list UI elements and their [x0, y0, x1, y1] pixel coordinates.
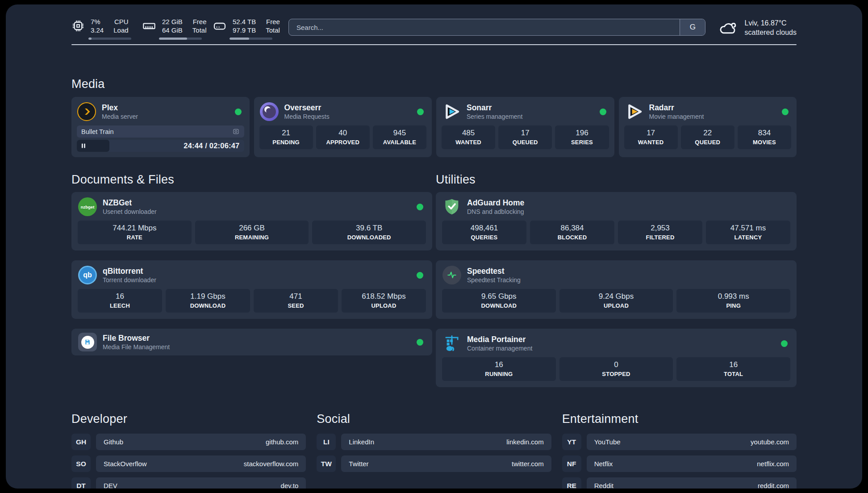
link-row-stackoverflow: SO StackOverflowstackoverflow.com	[71, 455, 306, 472]
search-input[interactable]	[289, 19, 680, 35]
stat-rate: 744.21 MbpsRATE	[78, 221, 192, 244]
stat-pending: 21PENDING	[259, 125, 313, 149]
link-row-linkedin: LI LinkedInlinkedin.com	[317, 434, 551, 450]
stat-download: 9.65 GbpsDOWNLOAD	[442, 289, 556, 313]
weather-location-temp: Lviv, 16.87°C	[744, 18, 797, 28]
stat-queries: 498,461QUERIES	[442, 221, 526, 244]
radarr-subtitle: Movie management	[649, 113, 704, 120]
app-card-plex[interactable]: Plex Media server Bullet Train	[71, 97, 250, 157]
documents-section-title: Documents & Files	[71, 173, 432, 187]
section-documents: Documents & Files nzbget NZBGet Usenet d…	[71, 173, 432, 387]
plex-icon	[77, 102, 96, 121]
stat-total: 16TOTAL	[676, 357, 790, 381]
nzbget-subtitle: Usenet downloader	[103, 208, 157, 215]
memory-free-value: 22 GiB	[162, 17, 183, 26]
qbittorrent-title: qBittorrent	[103, 267, 156, 276]
stat-upload: 618.52 MbpsUPLOAD	[342, 289, 426, 313]
weather-widget[interactable]: Lviv, 16.87°C scattered clouds	[718, 18, 797, 37]
cpu-label: CPU	[113, 17, 128, 26]
app-card-qbittorrent[interactable]: qb qBittorrent Torrent downloader 16LEEC…	[71, 260, 432, 319]
sonarr-icon	[442, 102, 461, 121]
app-card-adguard[interactable]: AdGuard Home DNS and adblocking 498,461Q…	[436, 192, 797, 251]
stat-filtered: 2,953FILTERED	[618, 221, 702, 244]
stat-queued: 17QUEUED	[498, 125, 552, 149]
search-engine-button[interactable]: G	[680, 19, 705, 35]
playback-time: 24:44 / 02:06:47	[184, 142, 244, 150]
twitter-link[interactable]: Twittertwitter.com	[341, 455, 551, 472]
storage-free-value: 52.4 TB	[233, 17, 256, 26]
reddit-link[interactable]: Redditreddit.com	[587, 477, 797, 489]
media-section-title: Media	[71, 77, 797, 91]
storage-stat: 52.4 TB97.9 TB FreeTotal	[213, 17, 283, 40]
twitter-badge: TW	[317, 455, 336, 472]
memory-progress-fill	[159, 38, 187, 40]
cpu-icon	[71, 19, 85, 33]
stat-ping: 0.993 msPING	[676, 289, 790, 313]
radarr-icon	[625, 102, 643, 121]
youtube-badge: YT	[562, 434, 581, 450]
cpu-progress-bar	[88, 38, 131, 40]
filebrowser-subtitle: Media File Management	[103, 343, 170, 351]
plex-subtitle: Media server	[102, 113, 138, 120]
dev-link[interactable]: DEVdev.to	[96, 477, 306, 489]
netflix-link[interactable]: Netflixnetflix.com	[587, 455, 797, 472]
app-card-filebrowser[interactable]: File Browser Media File Management	[71, 329, 432, 355]
app-card-portainer[interactable]: Media Portainer Container management 16R…	[436, 329, 797, 387]
app-card-sonarr[interactable]: Sonarr Series management 485WANTED 17QUE…	[436, 97, 614, 157]
storage-progress-bar	[230, 38, 272, 40]
stat-available: 945AVAILABLE	[373, 125, 426, 149]
storage-progress-fill	[230, 38, 249, 40]
speedtest-icon	[442, 266, 461, 284]
dashboard-panel: 7%3.24 CPULoad 22 GiB64 GiB FreeTotal 52	[6, 4, 862, 489]
reddit-badge: RE	[562, 477, 581, 489]
now-playing-title: Bullet Train	[81, 128, 114, 135]
storage-free-label: Free	[266, 17, 280, 26]
filebrowser-icon	[78, 333, 97, 351]
memory-total-label: Total	[192, 26, 207, 34]
search-bar: G	[288, 19, 705, 36]
plex-status-dot	[235, 109, 242, 115]
ram-icon	[142, 19, 156, 33]
speedtest-subtitle: Speedtest Tracking	[467, 276, 521, 284]
stat-downloaded: 39.6 TBDOWNLOADED	[312, 221, 426, 244]
stat-running: 16RUNNING	[442, 357, 556, 381]
app-card-nzbget[interactable]: nzbget NZBGet Usenet downloader 744.21 M…	[71, 192, 432, 251]
cpu-stat: 7%3.24 CPULoad	[71, 17, 137, 40]
storage-total-value: 97.9 TB	[233, 26, 256, 34]
nzbget-status-dot	[417, 204, 423, 210]
link-row-reddit: RE Redditreddit.com	[562, 477, 797, 489]
portainer-title: Media Portainer	[467, 335, 532, 344]
link-row-github: GH Githubgithub.com	[71, 434, 306, 450]
linkedin-link[interactable]: LinkedInlinkedin.com	[341, 434, 551, 450]
app-card-speedtest[interactable]: Speedtest Speedtest Tracking 9.65 GbpsDO…	[436, 260, 797, 319]
portainer-subtitle: Container management	[467, 345, 532, 352]
stat-wanted: 485WANTED	[442, 125, 495, 149]
utilities-section-title: Utilities	[436, 173, 797, 187]
cloud-icon	[718, 20, 738, 36]
stat-approved: 40APPROVED	[316, 125, 370, 149]
nzbget-title: NZBGet	[103, 198, 157, 208]
stackoverflow-link[interactable]: StackOverflowstackoverflow.com	[96, 455, 306, 472]
qbittorrent-status-dot	[417, 272, 423, 279]
section-utilities: Utilities AdGuard Home DNS and adblockin…	[436, 173, 797, 387]
app-card-overseerr[interactable]: Overseerr Media Requests 21PENDING 40APP…	[254, 97, 432, 157]
section-developer: Developer GH Githubgithub.com SO StackOv…	[71, 412, 306, 489]
weather-condition: scattered clouds	[744, 28, 797, 37]
github-link[interactable]: Githubgithub.com	[96, 434, 306, 450]
app-card-radarr[interactable]: Radarr Movie management 17WANTED 22QUEUE…	[619, 97, 797, 157]
overseerr-title: Overseerr	[284, 103, 330, 113]
playback-progress-bar[interactable]: 24:44 / 02:06:47	[77, 140, 244, 152]
dev-badge: DT	[71, 477, 91, 489]
stat-seed: 471SEED	[254, 289, 338, 313]
adguard-title: AdGuard Home	[467, 198, 524, 208]
sonarr-subtitle: Series management	[467, 113, 522, 120]
section-social: Social LI LinkedInlinkedin.com TW Twitte…	[317, 412, 551, 489]
stat-movies: 834MOVIES	[738, 125, 791, 149]
cpu-progress-fill	[88, 38, 92, 40]
portainer-icon	[442, 334, 461, 353]
youtube-link[interactable]: YouTubeyoutube.com	[587, 434, 797, 450]
pause-icon[interactable]	[81, 143, 86, 148]
memory-stat: 22 GiB64 GiB FreeTotal	[142, 17, 207, 40]
memory-progress-bar	[159, 38, 202, 40]
nzbget-icon: nzbget	[78, 197, 97, 216]
